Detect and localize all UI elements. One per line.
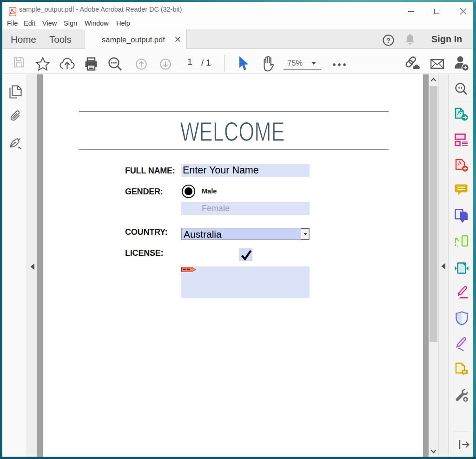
svg-text:?: ? xyxy=(386,37,390,44)
svg-text:WELCOME: WELCOME xyxy=(180,118,285,146)
